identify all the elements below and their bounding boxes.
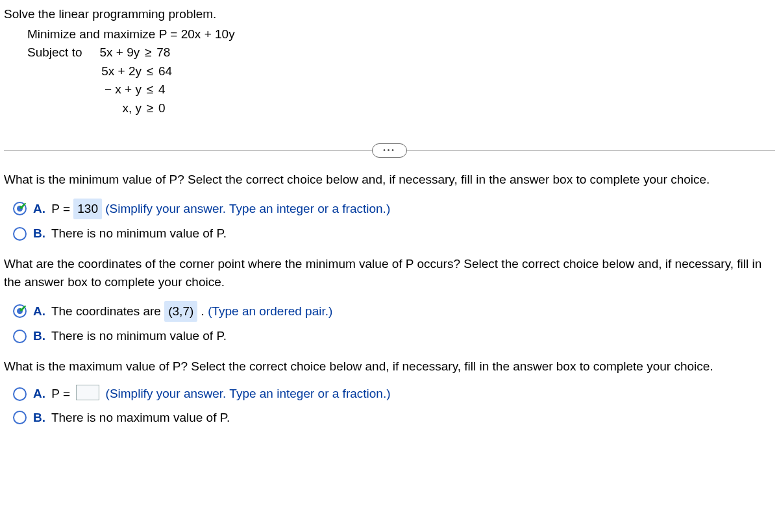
question-2-prompt: What are the coordinates of the corner p… [4, 255, 775, 292]
q3-option-b-text: B. There is no maximum value of P. [33, 409, 230, 428]
objective-block: Minimize and maximize P = 20x + 10y Subj… [27, 25, 775, 118]
expand-button[interactable]: ••• [372, 143, 407, 158]
answer-hint: (Simplify your answer. Type an integer o… [106, 387, 391, 400]
option-letter: B. [33, 226, 45, 240]
p-equals-label: P = [51, 387, 70, 400]
option-letter: B. [33, 411, 45, 424]
option-letter: B. [33, 329, 45, 343]
constraint-rhs: 4 [158, 80, 184, 99]
constraint-rhs: 64 [158, 62, 184, 81]
constraint-rel: ≥ [142, 99, 158, 118]
q2-answer-input[interactable]: (3,7) [164, 301, 197, 322]
option-letter: A. [33, 387, 45, 400]
section-divider: ••• [4, 143, 775, 158]
problem-statement: Solve the linear programming problem. [4, 5, 775, 24]
checkmark-icon: ✔ [19, 199, 27, 214]
option-letter: A. [33, 304, 45, 318]
constraint-lhs: 5x + 2y [90, 62, 142, 81]
constraint-lhs: 5x + 9y [88, 43, 140, 62]
constraint-rhs: 0 [158, 99, 184, 118]
q1-option-b-radio[interactable] [13, 227, 27, 241]
q2-option-a-radio[interactable]: ✔ [13, 304, 27, 318]
option-text: There is no minimum value of P. [51, 329, 227, 343]
q3-option-a-text: A. P = (Simplify your answer. Type an in… [33, 385, 391, 404]
constraint-rel: ≤ [142, 62, 158, 81]
constraint-lhs: x, y [90, 99, 142, 118]
q3-option-a-radio[interactable] [13, 387, 27, 401]
subject-to-label: Subject to [27, 43, 84, 62]
q3-option-b-radio[interactable] [13, 411, 27, 424]
p-equals-label: P = [51, 202, 70, 215]
coords-pre-label: The coordinates are [51, 304, 161, 318]
q2-option-b-text: B. There is no minimum value of P. [33, 327, 227, 346]
checkmark-icon: ✔ [19, 302, 27, 317]
coords-post: . [201, 304, 204, 318]
question-3-prompt: What is the maximum value of P? Select t… [4, 357, 775, 376]
constraint-lhs: − x + y [90, 80, 142, 99]
option-letter: A. [33, 202, 45, 215]
constraint-rel: ≥ [140, 43, 156, 62]
q2-option-a-text: A. The coordinates are (3,7) . (Type an … [33, 301, 332, 322]
constraint-rel: ≤ [142, 80, 158, 99]
question-1-prompt: What is the minimum value of P? Select t… [4, 171, 775, 189]
q1-option-a-radio[interactable]: ✔ [13, 202, 27, 215]
objective-label: Minimize and maximize [27, 27, 155, 41]
option-text: There is no maximum value of P. [51, 411, 230, 424]
objective-equation: P = 20x + 10y [159, 27, 235, 41]
q3-answer-input[interactable] [76, 385, 99, 400]
constraint-rhs: 78 [156, 43, 182, 62]
q1-option-a-text: A. P = 130 (Simplify your answer. Type a… [33, 199, 390, 220]
q1-option-b-text: B. There is no minimum value of P. [33, 224, 227, 243]
q2-option-b-radio[interactable] [13, 330, 27, 343]
answer-hint: (Simplify your answer. Type an integer o… [105, 202, 390, 215]
ellipsis-icon: ••• [383, 147, 396, 154]
option-text: There is no minimum value of P. [51, 226, 227, 240]
answer-hint: (Type an ordered pair.) [208, 304, 332, 318]
q1-answer-input[interactable]: 130 [73, 199, 102, 220]
